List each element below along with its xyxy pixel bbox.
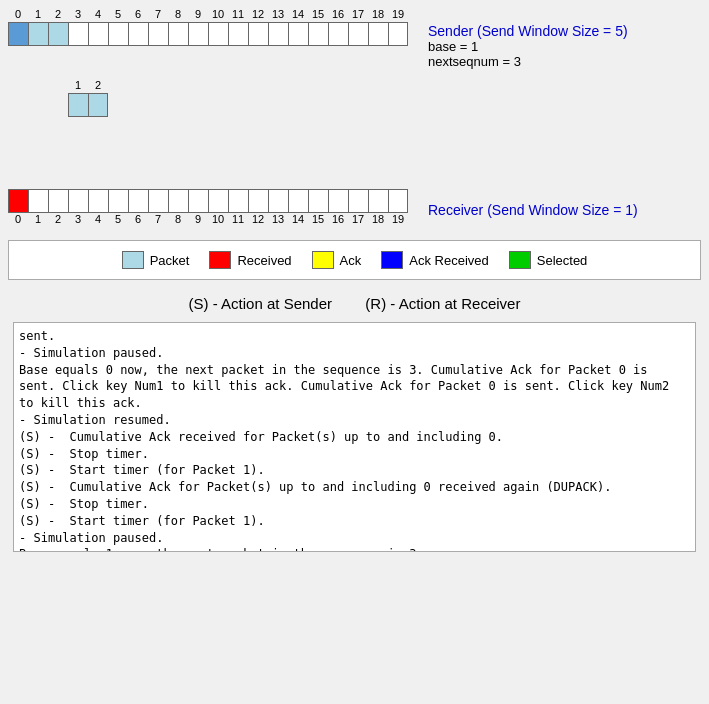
sender-title: Sender (Send Window Size = 5) bbox=[428, 23, 628, 39]
sender-seq-label: 5 bbox=[108, 8, 128, 20]
receiver-visual: 012345678910111213141516171819 bbox=[8, 187, 408, 225]
sender-seq-label: 9 bbox=[188, 8, 208, 20]
sender-packet-cell bbox=[108, 22, 128, 46]
receiver-seq-label: 2 bbox=[48, 213, 68, 225]
receiver-seq-label: 5 bbox=[108, 213, 128, 225]
receiver-info: Receiver (Send Window Size = 1) bbox=[428, 187, 638, 218]
receiver-packet-cell bbox=[308, 189, 328, 213]
legend-item: Ack Received bbox=[381, 251, 488, 269]
sender-packet-cell bbox=[28, 22, 48, 46]
sender-seq-label: 15 bbox=[308, 8, 328, 20]
legend-label: Ack bbox=[340, 253, 362, 268]
receiver-seq-label: 8 bbox=[168, 213, 188, 225]
receiver-packet-cell bbox=[388, 189, 408, 213]
legend-item: Packet bbox=[122, 251, 190, 269]
legend-item: Selected bbox=[509, 251, 588, 269]
receiver-packets-row bbox=[8, 189, 408, 213]
receiver-seq-label: 1 bbox=[28, 213, 48, 225]
sender-seq-label: 18 bbox=[368, 8, 388, 20]
receiver-seq-label: 4 bbox=[88, 213, 108, 225]
sender-seq-label: 6 bbox=[128, 8, 148, 20]
receiver-packet-cell bbox=[88, 189, 108, 213]
receiver-packet-cell bbox=[268, 189, 288, 213]
sender-packet-cell bbox=[128, 22, 148, 46]
legend-box: PacketReceivedAckAck ReceivedSelected bbox=[8, 240, 701, 280]
sender-seq-label: 13 bbox=[268, 8, 288, 20]
receiver-packet-cell bbox=[68, 189, 88, 213]
sender-seq-label: 7 bbox=[148, 8, 168, 20]
sender-seq-label: 4 bbox=[88, 8, 108, 20]
sender-seq-label: 14 bbox=[288, 8, 308, 20]
sender-packet-cell bbox=[168, 22, 188, 46]
receiver-packet-cell bbox=[128, 189, 148, 213]
sender-seq-label: 16 bbox=[328, 8, 348, 20]
receiver-packet-cell bbox=[228, 189, 248, 213]
window-labels: 12 bbox=[68, 79, 701, 91]
sender-packet-cell bbox=[48, 22, 68, 46]
sender-seq-label: 1 bbox=[28, 8, 48, 20]
action-labels: (S) - Action at Sender (R) - Action at R… bbox=[8, 295, 701, 312]
sender-packet-cell bbox=[348, 22, 368, 46]
window-seq-label: 1 bbox=[68, 79, 88, 91]
sender-visual: 012345678910111213141516171819 bbox=[8, 8, 408, 46]
legend-color-swatch bbox=[509, 251, 531, 269]
sender-packet-cell bbox=[208, 22, 228, 46]
receiver-seq-label: 3 bbox=[68, 213, 88, 225]
window-section: 12 bbox=[68, 79, 701, 117]
receiver-title: Receiver (Send Window Size = 1) bbox=[428, 202, 638, 218]
window-seq-label: 2 bbox=[88, 79, 108, 91]
sender-seq-label: 12 bbox=[248, 8, 268, 20]
receiver-packet-cell bbox=[8, 189, 28, 213]
action-receiver: (R) - Action at Receiver bbox=[365, 295, 520, 312]
receiver-section: 012345678910111213141516171819 Receiver … bbox=[8, 187, 701, 225]
sender-packet-cell bbox=[228, 22, 248, 46]
receiver-packet-cell bbox=[288, 189, 308, 213]
sender-seq-label: 17 bbox=[348, 8, 368, 20]
sender-seq-label: 10 bbox=[208, 8, 228, 20]
sender-section: 012345678910111213141516171819 Sender (S… bbox=[8, 8, 701, 69]
receiver-packet-cell bbox=[148, 189, 168, 213]
sender-packet-cell bbox=[248, 22, 268, 46]
sender-nextseqnum: nextseqnum = 3 bbox=[428, 54, 628, 69]
legend-color-swatch bbox=[122, 251, 144, 269]
receiver-packet-cell bbox=[348, 189, 368, 213]
receiver-packet-cell bbox=[28, 189, 48, 213]
sender-seq-label: 8 bbox=[168, 8, 188, 20]
legend-label: Received bbox=[237, 253, 291, 268]
receiver-seq-label: 12 bbox=[248, 213, 268, 225]
receiver-packet-cell bbox=[328, 189, 348, 213]
sender-packet-cell bbox=[188, 22, 208, 46]
sender-packet-cell bbox=[88, 22, 108, 46]
log-area[interactable]: sent. - Simulation paused. Base equals 0… bbox=[13, 322, 696, 552]
sender-base: base = 1 bbox=[428, 39, 628, 54]
sender-packet-cell bbox=[8, 22, 28, 46]
legend-color-swatch bbox=[312, 251, 334, 269]
action-sender: (S) - Action at Sender bbox=[189, 295, 332, 312]
receiver-packet-cell bbox=[188, 189, 208, 213]
sender-seq-labels: 012345678910111213141516171819 bbox=[8, 8, 408, 20]
receiver-seq-label: 6 bbox=[128, 213, 148, 225]
receiver-packet-cell bbox=[48, 189, 68, 213]
sender-packet-cell bbox=[388, 22, 408, 46]
window-packet-cell bbox=[88, 93, 108, 117]
receiver-seq-labels: 012345678910111213141516171819 bbox=[8, 213, 408, 225]
receiver-seq-label: 10 bbox=[208, 213, 228, 225]
window-packet-cell bbox=[68, 93, 88, 117]
sender-seq-label: 3 bbox=[68, 8, 88, 20]
main-container: 012345678910111213141516171819 Sender (S… bbox=[0, 0, 709, 560]
legend-color-swatch bbox=[381, 251, 403, 269]
receiver-seq-label: 7 bbox=[148, 213, 168, 225]
receiver-packet-cell bbox=[168, 189, 188, 213]
sender-packets-row bbox=[8, 22, 408, 46]
legend-item: Received bbox=[209, 251, 291, 269]
receiver-seq-label: 16 bbox=[328, 213, 348, 225]
receiver-seq-label: 9 bbox=[188, 213, 208, 225]
legend-label: Ack Received bbox=[409, 253, 488, 268]
sender-packet-cell bbox=[68, 22, 88, 46]
legend-color-swatch bbox=[209, 251, 231, 269]
sender-seq-label: 19 bbox=[388, 8, 408, 20]
receiver-packet-cell bbox=[108, 189, 128, 213]
sender-packet-cell bbox=[308, 22, 328, 46]
receiver-packet-cell bbox=[208, 189, 228, 213]
sender-seq-label: 11 bbox=[228, 8, 248, 20]
